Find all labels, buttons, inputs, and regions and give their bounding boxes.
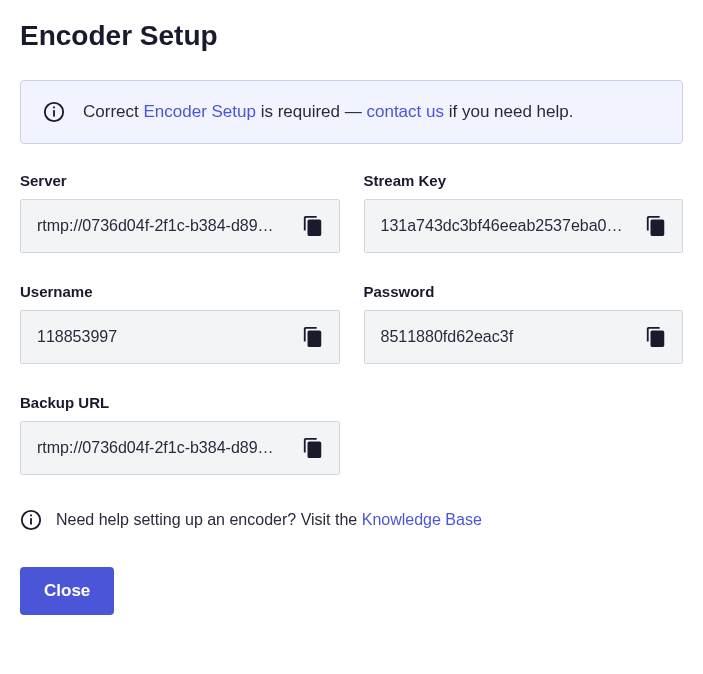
stream-key-label: Stream Key [364, 172, 684, 189]
server-label: Server [20, 172, 340, 189]
password-label: Password [364, 283, 684, 300]
copy-icon [302, 437, 324, 459]
backup-url-value: rtmp://0736d04f-2f1c-b384-d89… [37, 439, 291, 457]
backup-url-field: Backup URL rtmp://0736d04f-2f1c-b384-d89… [20, 394, 340, 475]
knowledge-base-link[interactable]: Knowledge Base [362, 511, 482, 528]
copy-icon [645, 326, 667, 348]
stream-key-box: 131a743dc3bf46eeab2537eba0… [364, 199, 684, 253]
info-icon [20, 509, 42, 531]
server-value: rtmp://0736d04f-2f1c-b384-d89… [37, 217, 291, 235]
info-banner: Correct Encoder Setup is required — cont… [20, 80, 683, 144]
copy-icon [645, 215, 667, 237]
stream-key-value: 131a743dc3bf46eeab2537eba0… [381, 217, 635, 235]
copy-password-button[interactable] [642, 323, 670, 351]
username-label: Username [20, 283, 340, 300]
username-field: Username 118853997 [20, 283, 340, 364]
encoder-setup-link[interactable]: Encoder Setup [143, 102, 255, 121]
svg-rect-5 [30, 515, 32, 517]
contact-us-link[interactable]: contact us [366, 102, 444, 121]
password-field: Password 8511880fd62eac3f [364, 283, 684, 364]
stream-key-field: Stream Key 131a743dc3bf46eeab2537eba0… [364, 172, 684, 253]
username-value: 118853997 [37, 328, 291, 346]
copy-username-button[interactable] [299, 323, 327, 351]
page-title: Encoder Setup [20, 20, 683, 52]
copy-backup-url-button[interactable] [299, 434, 327, 462]
help-line: Need help setting up an encoder? Visit t… [20, 509, 683, 531]
backup-url-label: Backup URL [20, 394, 340, 411]
copy-stream-key-button[interactable] [642, 212, 670, 240]
info-banner-text: Correct Encoder Setup is required — cont… [83, 102, 573, 122]
fields-grid: Server rtmp://0736d04f-2f1c-b384-d89… St… [20, 172, 683, 475]
server-box: rtmp://0736d04f-2f1c-b384-d89… [20, 199, 340, 253]
svg-rect-4 [30, 518, 32, 524]
password-box: 8511880fd62eac3f [364, 310, 684, 364]
copy-icon [302, 215, 324, 237]
copy-icon [302, 326, 324, 348]
server-field: Server rtmp://0736d04f-2f1c-b384-d89… [20, 172, 340, 253]
help-text: Need help setting up an encoder? Visit t… [56, 511, 482, 529]
copy-server-button[interactable] [299, 212, 327, 240]
svg-rect-2 [53, 107, 55, 109]
backup-url-box: rtmp://0736d04f-2f1c-b384-d89… [20, 421, 340, 475]
password-value: 8511880fd62eac3f [381, 328, 635, 346]
svg-rect-1 [53, 110, 55, 116]
close-button[interactable]: Close [20, 567, 114, 615]
username-box: 118853997 [20, 310, 340, 364]
info-icon [43, 101, 65, 123]
